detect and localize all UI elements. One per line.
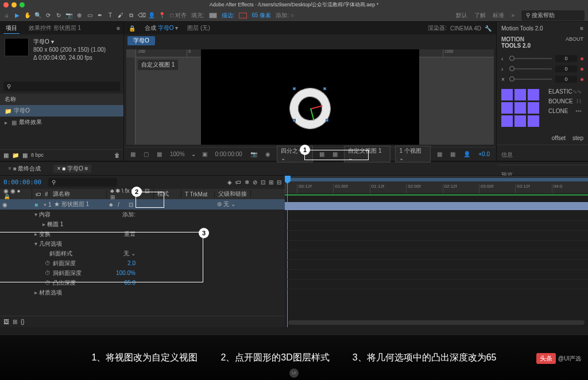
home-icon[interactable]: ⌂	[3, 12, 10, 19]
tl-foot-icon[interactable]: ⊞	[13, 319, 17, 325]
project-item-comp[interactable]: ▸▦最终效果	[0, 117, 123, 128]
zoom-value[interactable]: 100%	[168, 151, 187, 157]
project-search[interactable]: ⚲	[3, 82, 120, 91]
tl-foot-icon[interactable]: {}	[21, 319, 25, 325]
rotate-tool-icon[interactable]: ↻	[55, 12, 62, 19]
handle[interactable]	[323, 87, 326, 90]
clone-button[interactable]: CLONE	[548, 108, 568, 114]
comp-icon: ▦	[11, 119, 17, 126]
workspace-more[interactable]: »	[511, 12, 514, 18]
window-controls[interactable]	[3, 2, 25, 7]
frame-icon[interactable]: ▣	[200, 151, 209, 157]
elastic-button[interactable]: ELASTIC	[548, 88, 572, 95]
effect-controls-tab[interactable]: 效果控件 形状图层 1	[26, 23, 83, 33]
interpret-icon[interactable]: ▦	[3, 152, 9, 158]
motion-tools-panel: Motion Tools 2.0 ≡ MOTIONTOOLS 2.0 ABOUT…	[496, 22, 588, 161]
slider-z[interactable]	[509, 79, 552, 80]
puppet-tool-icon[interactable]: 📍	[158, 12, 165, 19]
workspace-standard[interactable]: 标准	[493, 11, 504, 20]
timeline-search[interactable]: ⚲	[48, 178, 117, 187]
renderer-value[interactable]: CINEMA 4D	[450, 25, 481, 32]
handle[interactable]	[293, 87, 296, 90]
stamp-tool-icon[interactable]: ⧉	[127, 12, 134, 19]
brush-tool-icon[interactable]: 🖌	[117, 12, 124, 19]
slider-x[interactable]	[509, 58, 552, 59]
callout-1-box	[304, 150, 369, 160]
tl-icon[interactable]: ⊟	[277, 179, 281, 185]
viewer-lock-icon[interactable]: 🔒	[129, 25, 136, 32]
orbit-tool-icon[interactable]: ⟳	[45, 12, 52, 19]
settings-icon[interactable]: 🔧	[485, 25, 492, 32]
camera-tool-icon[interactable]: 📷	[65, 12, 72, 19]
mag-icon[interactable]: ▦	[129, 151, 137, 157]
stroke-swatch[interactable]	[239, 13, 247, 18]
tl-icon[interactable]: ⊡	[261, 179, 265, 185]
snapshot-icon[interactable]: 📷	[249, 151, 259, 157]
stroke-label[interactable]: 描边:	[222, 11, 235, 20]
anchor-grid[interactable]	[497, 84, 544, 131]
show-channel-icon[interactable]: ◉	[264, 151, 272, 157]
motion-tools-logo: MOTIONTOOLS 2.0	[501, 36, 531, 49]
bounce-button[interactable]: BOUNCE	[548, 98, 573, 104]
fill-swatch[interactable]	[209, 13, 217, 18]
help-search[interactable]: ⚲ 搜索帮助	[521, 10, 585, 21]
new-comp-icon[interactable]: ▦	[22, 152, 28, 158]
layer-bar[interactable]	[285, 202, 588, 210]
exposure-value[interactable]: +0.0	[477, 151, 492, 157]
handle[interactable]	[293, 119, 296, 122]
slider-y[interactable]	[509, 68, 552, 69]
res-icon[interactable]: ▦	[155, 151, 164, 157]
tl-foot-icon[interactable]: 🖼	[3, 319, 9, 325]
comp-pill[interactable]: 字母O	[127, 36, 155, 45]
workspace-default[interactable]: 默认	[456, 11, 467, 20]
viewport[interactable]: -20002004006008001000 自定义视图 1	[126, 49, 494, 145]
handle[interactable]	[326, 119, 328, 122]
tl-icon[interactable]: ⊘	[253, 179, 257, 185]
tl-icon[interactable]: ❄	[245, 179, 249, 185]
snap-toggle[interactable]: □ 对齐	[170, 11, 187, 20]
canvas[interactable]	[201, 49, 419, 145]
comp-metadata: 字母O ▾ 800 x 600 (200 x 150) (1.00) Δ 0:0…	[33, 38, 106, 62]
info-panel[interactable]: 信息	[497, 145, 588, 165]
current-time[interactable]: 0:00:00:00	[3, 179, 41, 186]
shape-ring[interactable]	[285, 84, 335, 133]
zoom-slider[interactable]	[288, 320, 585, 325]
new-folder-icon[interactable]: 📁	[12, 152, 19, 158]
time-display[interactable]: 0:00:00:00	[214, 151, 244, 157]
vb-icon[interactable]: ▦	[448, 151, 457, 157]
pen-tool-icon[interactable]: ✒	[96, 12, 103, 19]
tl-icon[interactable]: 🏷	[235, 179, 241, 185]
rect-tool-icon[interactable]: ▭	[86, 12, 93, 19]
panel-menu-icon[interactable]: ≡	[580, 25, 583, 32]
project-tab[interactable]: 项目	[3, 23, 20, 34]
twirl-icon[interactable]: ▸	[5, 119, 9, 126]
pan-behind-tool-icon[interactable]: ⊕	[76, 12, 83, 19]
panel-menu-icon[interactable]: ≡	[117, 25, 120, 32]
tl-icon[interactable]: ⊞	[269, 179, 273, 185]
vb-icon[interactable]: ▦	[435, 151, 444, 157]
tl-icon[interactable]: ◈	[227, 179, 232, 185]
views-count[interactable]: 1 个视图 ⌄	[395, 146, 431, 162]
about-button[interactable]: ABOUT	[566, 36, 583, 49]
eraser-tool-icon[interactable]: ⌫	[138, 12, 145, 19]
prop-contents[interactable]: ▾内容添加:	[0, 210, 285, 219]
prop-ellipse[interactable]: ▸椭圆 1	[0, 219, 285, 229]
hand-tool-icon[interactable]: ✋	[24, 12, 31, 19]
text-tool-icon[interactable]: T	[107, 12, 114, 19]
trash-icon[interactable]: 🗑	[114, 152, 120, 158]
name-column-header[interactable]: 名称	[0, 94, 123, 105]
vb-icon[interactable]: 👤	[462, 151, 472, 157]
timeline-tab-1[interactable]: × ■ 最终合成	[5, 165, 44, 173]
prop-material[interactable]: ▸材质选项	[0, 288, 285, 297]
work-area[interactable]	[285, 194, 588, 196]
project-item-folder[interactable]: 📁字母O	[0, 105, 123, 117]
selection-tool-icon[interactable]: ▶	[14, 12, 21, 19]
channel-icon[interactable]: ▢	[142, 151, 150, 157]
time-ruler[interactable]: 00:12f01:00f01:12f02:00f02:12f03:00f03:1…	[285, 184, 588, 194]
stroke-width[interactable]: 65 像素	[252, 11, 271, 20]
timeline-tab-2[interactable]: × ■ 字母O ≡	[53, 165, 91, 173]
zoom-tool-icon[interactable]: 🔍	[34, 12, 41, 19]
roto-tool-icon[interactable]: 👤	[148, 12, 155, 19]
workspace-learn[interactable]: 了解	[474, 11, 486, 20]
add-shape[interactable]: 添加: ○	[276, 11, 294, 20]
